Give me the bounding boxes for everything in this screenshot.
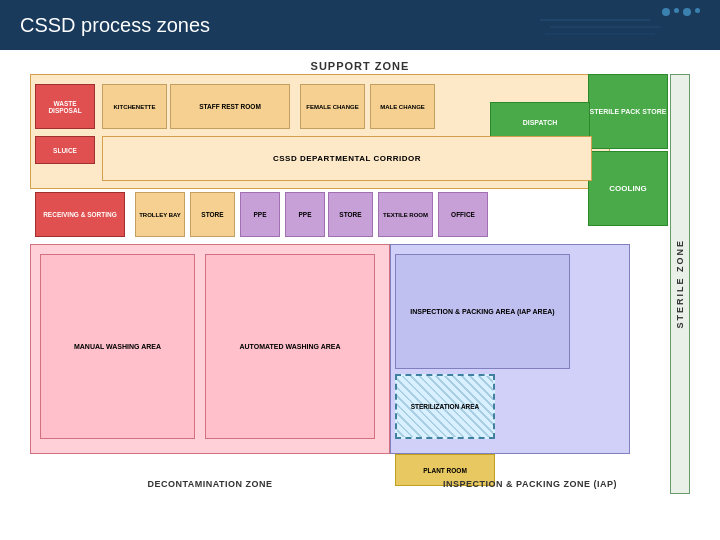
dot4 [695,8,700,13]
waste-disposal-label: WASTE DISPOSAL [36,100,94,114]
automated-washing-label: AUTOMATED WASHING AREA [240,343,341,350]
sterile-pack-store-label: STERILE PACK STORE [590,108,667,115]
zones-container: STERILE ZONE STERILE PACK STORE COOLING … [30,74,690,494]
slide-title: CSSD process zones [20,14,210,37]
kitchenette-label: KITCHENETTE [114,104,156,110]
textile-room-label: TEXTILE ROOM [383,212,428,218]
dot2 [674,8,679,13]
female-change-box: FEMALE CHANGE [300,84,365,129]
sterilization-label: STERILIZATION AREA [411,403,480,410]
dot1 [662,8,670,16]
slide: CSSD process zones SUPPORT ZONE STERILE … [0,0,720,540]
staff-rest-label: STAFF REST ROOM [199,103,261,110]
sluice-label: SLUICE [53,147,77,154]
decorative-lines [540,15,660,45]
decon-zone-label: DECONTAMINATION ZONE [30,479,390,489]
plant-room-label: PLANT ROOM [423,467,467,474]
ppe-box1: PPE [240,192,280,237]
female-change-label: FEMALE CHANGE [306,104,358,110]
cssd-corridor-box: CSSD DEPARTMENTAL CORRIDOR [102,136,592,181]
sterilization-area-box: STERILIZATION AREA [395,374,495,439]
cooling-box: COOLING [588,151,668,226]
sterile-zone-bar: STERILE ZONE [670,74,690,494]
male-change-label: MALE CHANGE [380,104,425,110]
support-zone-label: SUPPORT ZONE [30,60,690,72]
iap-area-label: INSPECTION & PACKING AREA (IAP AREA) [410,308,554,315]
kitchenette-box: KITCHENETTE [102,84,167,129]
sluice-box: SLUICE [35,136,95,164]
office-box: OFFICE [438,192,488,237]
receiving-sorting-box: RECEIVING & SORTING [35,192,125,237]
textile-room-box: TEXTILE ROOM [378,192,433,237]
sterile-zone-label: STERILE ZONE [675,239,685,329]
male-change-box: MALE CHANGE [370,84,435,129]
manual-washing-label: MANUAL WASHING AREA [74,343,161,350]
cooling-label: COOLING [609,184,646,193]
iap-zone-label: INSPECTION & PACKING ZONE (IAP) [390,479,670,489]
store-box2: STORE [328,192,373,237]
ppe-box2: PPE [285,192,325,237]
automated-washing-box: AUTOMATED WASHING AREA [205,254,375,439]
store1-label: STORE [201,211,223,218]
content-area: SUPPORT ZONE STERILE ZONE STERILE PACK S… [0,50,720,540]
trolley-bay-box: TROLLEY BAY [135,192,185,237]
receiving-sorting-label: RECEIVING & SORTING [43,211,117,218]
store-box1: STORE [190,192,235,237]
manual-washing-box: MANUAL WASHING AREA [40,254,195,439]
header-bar: CSSD process zones [0,0,720,50]
office-label: OFFICE [451,211,475,218]
dispatch-label: DISPATCH [523,119,558,126]
sterile-pack-store-box: STERILE PACK STORE [588,74,668,149]
cssd-diagram: SUPPORT ZONE STERILE ZONE STERILE PACK S… [30,60,690,510]
decorative-dots [662,8,700,16]
trolley-bay-label: TROLLEY BAY [139,212,181,218]
store2-label: STORE [339,211,361,218]
ppe1-label: PPE [253,211,266,218]
dot3 [683,8,691,16]
ppe2-label: PPE [298,211,311,218]
waste-disposal-box: WASTE DISPOSAL [35,84,95,129]
cssd-corridor-label: CSSD DEPARTMENTAL CORRIDOR [273,154,421,163]
iap-area-box: INSPECTION & PACKING AREA (IAP AREA) [395,254,570,369]
staff-rest-box: STAFF REST ROOM [170,84,290,129]
